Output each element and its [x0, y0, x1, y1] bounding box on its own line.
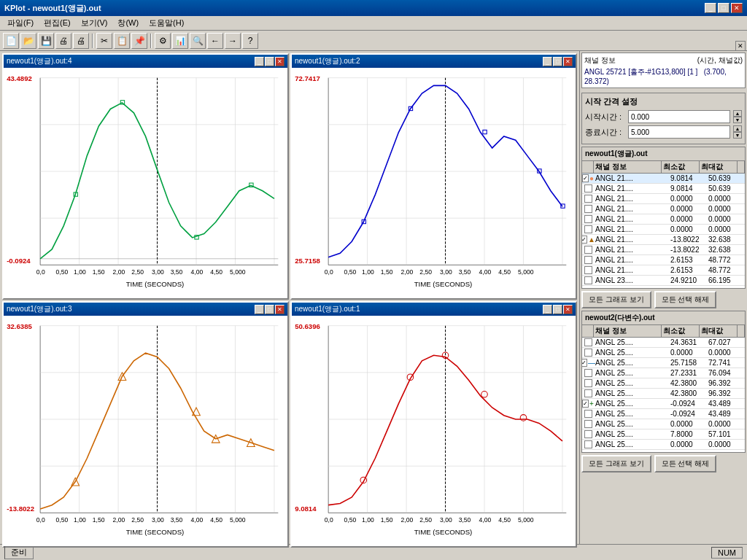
table2-row6-check[interactable]: ✓ + — [582, 399, 594, 408]
table1-view-all-button[interactable]: 모든 그래프 보기 — [581, 291, 651, 308]
table2-view-all-button[interactable]: 모든 그래프 보기 — [581, 455, 651, 472]
toolbar-arrow[interactable]: ← — [207, 33, 223, 49]
chart-1-minimize[interactable]: _ — [543, 305, 552, 314]
table1-row10-check[interactable] — [582, 276, 594, 285]
table1-row-2[interactable]: ANGL 21.... 0.0000 0.0000 — [582, 194, 745, 204]
toolbar-cut[interactable]: ✂ — [96, 33, 112, 49]
table1-row-5[interactable]: ANGL 21.... 0.0000 0.0000 — [582, 225, 745, 235]
toolbar-copy[interactable]: 📋 — [114, 33, 130, 49]
toolbar-print2[interactable]: 🖨 — [73, 33, 89, 49]
table2-row-9[interactable]: ANGL 25.... 7.8000 57.101 — [582, 429, 745, 440]
table1-row-3[interactable]: ANGL 21.... 0.0000 0.0000 — [582, 204, 745, 214]
toolbar-open[interactable]: 📂 — [20, 33, 36, 49]
table2-row4-check[interactable] — [582, 378, 594, 388]
maximize-button[interactable]: □ — [718, 3, 729, 13]
chart-3-close[interactable]: ✕ — [275, 305, 285, 314]
table2-row10-check[interactable] — [582, 440, 594, 449]
table2-row2-checkbox[interactable]: ✓ — [582, 359, 587, 367]
chart-2-maximize[interactable]: □ — [553, 57, 562, 66]
table2-row8-checkbox[interactable] — [584, 420, 592, 428]
table1-row2-check[interactable] — [582, 194, 594, 203]
chart-2-titlebar[interactable]: newout1(앵글).out:2 _ □ ✕ — [292, 55, 576, 68]
table2-row1-checkbox[interactable] — [584, 349, 592, 357]
table1-scroll[interactable]: ✓ ● ANGL 21.... 9.0814 50.639 ANGL 21...… — [582, 174, 745, 288]
table1-row6-check[interactable]: ✓ ▲ — [582, 235, 594, 244]
menu-window[interactable]: 창(W) — [113, 16, 143, 30]
chart-2-close[interactable]: ✕ — [563, 57, 573, 66]
menu-file[interactable]: 파일(F) — [3, 16, 38, 30]
table1-row7-checkbox[interactable] — [584, 246, 592, 254]
table2-row2-check[interactable]: ✓ — — [582, 358, 594, 368]
toolbar-paste[interactable]: 📌 — [131, 33, 147, 49]
end-time-down[interactable]: ▼ — [733, 132, 742, 139]
chart-4-maximize[interactable]: □ — [265, 57, 274, 66]
table2-row5-check[interactable] — [582, 389, 594, 398]
table1-row9-checkbox[interactable] — [584, 266, 592, 274]
chart-1-close[interactable]: ✕ — [563, 305, 573, 314]
table2-row-10[interactable]: ANGL 25.... 0.0000 0.0000 — [582, 440, 745, 450]
table2-row7-check[interactable] — [582, 409, 594, 419]
table2-row10-checkbox[interactable] — [584, 440, 592, 448]
table1-row3-checkbox[interactable] — [584, 205, 592, 213]
end-time-up[interactable]: ▲ — [733, 125, 742, 132]
table2-row9-check[interactable] — [582, 429, 594, 439]
table2-clear-all-button[interactable]: 모든 선택 해제 — [654, 455, 717, 472]
chart-4-titlebar[interactable]: newout1(앵글).out:4 _ □ ✕ — [4, 55, 287, 68]
chart-4-close[interactable]: ✕ — [275, 57, 285, 66]
table1-row-9[interactable]: ANGL 21.... 2.6153 48.772 — [582, 265, 745, 276]
menu-view[interactable]: 보기(V) — [77, 16, 112, 30]
start-time-down[interactable]: ▼ — [733, 117, 742, 123]
chart-3-titlebar[interactable]: newout1(앵글).out:3 _ □ ✕ — [4, 303, 287, 316]
chart-3-maximize[interactable]: □ — [265, 305, 274, 314]
table1-row4-check[interactable] — [582, 214, 594, 224]
chart-1-titlebar[interactable]: newout1(앵글).out:1 _ □ ✕ — [292, 303, 576, 316]
chart-3-minimize[interactable]: _ — [255, 305, 264, 314]
table2-row-8[interactable]: ANGL 25.... 0.0000 0.0000 — [582, 419, 745, 429]
table1-row8-check[interactable] — [582, 255, 594, 265]
toolbar-print[interactable]: 🖨 — [55, 33, 71, 49]
table1-row-6[interactable]: ✓ ▲ ANGL 21.... -13.8022 32.638 — [582, 235, 745, 245]
toolbar-help[interactable]: ? — [242, 33, 258, 49]
table1-row1-checkbox[interactable] — [584, 184, 592, 192]
table2-row-5[interactable]: ANGL 25.... 42.3800 96.392 — [582, 389, 745, 399]
table2-row5-checkbox[interactable] — [584, 389, 592, 397]
table1-row10-checkbox[interactable] — [584, 276, 592, 284]
table1-row-7[interactable]: ANGL 21.... -13.8022 32.638 — [582, 245, 745, 255]
table1-row5-checkbox[interactable] — [584, 225, 592, 233]
table1-row3-check[interactable] — [582, 204, 594, 214]
table2-row9-checkbox[interactable] — [584, 430, 592, 438]
table2-row-1[interactable]: ANGL 25.... 0.0000 0.0000 — [582, 348, 745, 358]
toolbar-zoom[interactable]: 🔍 — [190, 33, 206, 49]
table2-row-4[interactable]: ANGL 25.... 42.3800 96.392 — [582, 378, 745, 389]
table1-row9-check[interactable] — [582, 265, 594, 275]
table2-row8-check[interactable] — [582, 419, 594, 429]
table1-row6-checkbox[interactable]: ✓ — [582, 236, 587, 244]
table1-row-10[interactable]: ANGL 23.... 24.9210 66.195 — [582, 276, 745, 286]
toolbar-settings[interactable]: ⚙ — [155, 33, 171, 49]
table2-row3-check[interactable] — [582, 368, 594, 378]
table1-row1-check[interactable] — [582, 184, 594, 193]
table2-row6-checkbox[interactable]: ✓ — [582, 400, 589, 408]
table1-row0-checkbox[interactable]: ✓ — [582, 174, 589, 182]
end-time-input[interactable] — [628, 125, 730, 139]
table2-row4-checkbox[interactable] — [584, 379, 592, 387]
toolbar-chart[interactable]: 📊 — [172, 33, 188, 49]
close-button[interactable]: ✕ — [731, 3, 743, 13]
table1-row-1[interactable]: ANGL 21.... 9.0814 50.639 — [582, 184, 745, 194]
table2-row-6[interactable]: ✓ + ANGL 25.... -0.0924 43.489 — [582, 399, 745, 409]
chart-1-maximize[interactable]: □ — [553, 305, 562, 314]
table2-row-3[interactable]: ANGL 25.... 27.2331 76.094 — [582, 368, 745, 378]
table2-row1-check[interactable] — [582, 348, 594, 357]
chart-4-minimize[interactable]: _ — [255, 57, 264, 66]
table1-row0-check[interactable]: ✓ ● — [582, 174, 594, 183]
toolbar-save[interactable]: 💾 — [38, 33, 54, 49]
table1-row-4[interactable]: ANGL 21.... 0.0000 0.0000 — [582, 214, 745, 225]
start-time-up[interactable]: ▲ — [733, 110, 742, 117]
table2-row-0[interactable]: ANGL 25.... 24.3631 67.027 — [582, 338, 745, 348]
panel-close-button[interactable]: ✕ — [735, 41, 746, 51]
table2-row7-checkbox[interactable] — [584, 410, 592, 418]
table2-row-7[interactable]: ANGL 25.... -0.0924 43.489 — [582, 409, 745, 419]
table1-row5-check[interactable] — [582, 225, 594, 234]
table2-row3-checkbox[interactable] — [584, 369, 592, 377]
toolbar-new[interactable]: 📄 — [3, 33, 19, 49]
